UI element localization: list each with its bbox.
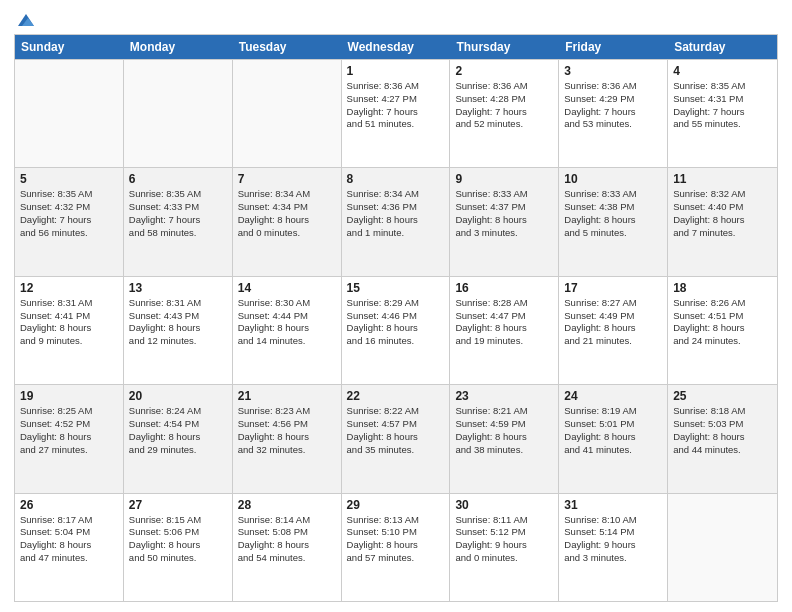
calendar-cell: 13Sunrise: 8:31 AM Sunset: 4:43 PM Dayli… bbox=[124, 277, 233, 384]
day-info: Sunrise: 8:15 AM Sunset: 5:06 PM Dayligh… bbox=[129, 514, 227, 565]
day-number: 28 bbox=[238, 498, 336, 512]
calendar-row: 19Sunrise: 8:25 AM Sunset: 4:52 PM Dayli… bbox=[15, 384, 777, 492]
calendar-cell: 24Sunrise: 8:19 AM Sunset: 5:01 PM Dayli… bbox=[559, 385, 668, 492]
day-info: Sunrise: 8:30 AM Sunset: 4:44 PM Dayligh… bbox=[238, 297, 336, 348]
calendar-cell: 26Sunrise: 8:17 AM Sunset: 5:04 PM Dayli… bbox=[15, 494, 124, 601]
day-number: 3 bbox=[564, 64, 662, 78]
day-number: 30 bbox=[455, 498, 553, 512]
day-info: Sunrise: 8:34 AM Sunset: 4:34 PM Dayligh… bbox=[238, 188, 336, 239]
day-info: Sunrise: 8:10 AM Sunset: 5:14 PM Dayligh… bbox=[564, 514, 662, 565]
calendar-cell bbox=[233, 60, 342, 167]
day-number: 22 bbox=[347, 389, 445, 403]
calendar-cell: 7Sunrise: 8:34 AM Sunset: 4:34 PM Daylig… bbox=[233, 168, 342, 275]
calendar-cell: 5Sunrise: 8:35 AM Sunset: 4:32 PM Daylig… bbox=[15, 168, 124, 275]
calendar-body: 1Sunrise: 8:36 AM Sunset: 4:27 PM Daylig… bbox=[15, 59, 777, 601]
calendar-cell bbox=[668, 494, 777, 601]
calendar-cell: 20Sunrise: 8:24 AM Sunset: 4:54 PM Dayli… bbox=[124, 385, 233, 492]
day-number: 13 bbox=[129, 281, 227, 295]
calendar-cell: 27Sunrise: 8:15 AM Sunset: 5:06 PM Dayli… bbox=[124, 494, 233, 601]
calendar-cell: 29Sunrise: 8:13 AM Sunset: 5:10 PM Dayli… bbox=[342, 494, 451, 601]
day-info: Sunrise: 8:23 AM Sunset: 4:56 PM Dayligh… bbox=[238, 405, 336, 456]
day-info: Sunrise: 8:14 AM Sunset: 5:08 PM Dayligh… bbox=[238, 514, 336, 565]
weekday-header: Wednesday bbox=[342, 35, 451, 59]
day-info: Sunrise: 8:26 AM Sunset: 4:51 PM Dayligh… bbox=[673, 297, 772, 348]
calendar-row: 12Sunrise: 8:31 AM Sunset: 4:41 PM Dayli… bbox=[15, 276, 777, 384]
day-info: Sunrise: 8:36 AM Sunset: 4:29 PM Dayligh… bbox=[564, 80, 662, 131]
day-number: 20 bbox=[129, 389, 227, 403]
calendar-cell: 28Sunrise: 8:14 AM Sunset: 5:08 PM Dayli… bbox=[233, 494, 342, 601]
calendar-cell: 30Sunrise: 8:11 AM Sunset: 5:12 PM Dayli… bbox=[450, 494, 559, 601]
calendar-cell: 15Sunrise: 8:29 AM Sunset: 4:46 PM Dayli… bbox=[342, 277, 451, 384]
calendar-cell: 14Sunrise: 8:30 AM Sunset: 4:44 PM Dayli… bbox=[233, 277, 342, 384]
day-info: Sunrise: 8:22 AM Sunset: 4:57 PM Dayligh… bbox=[347, 405, 445, 456]
day-number: 15 bbox=[347, 281, 445, 295]
day-number: 14 bbox=[238, 281, 336, 295]
day-number: 12 bbox=[20, 281, 118, 295]
calendar-row: 26Sunrise: 8:17 AM Sunset: 5:04 PM Dayli… bbox=[15, 493, 777, 601]
day-number: 31 bbox=[564, 498, 662, 512]
day-number: 21 bbox=[238, 389, 336, 403]
calendar-cell: 4Sunrise: 8:35 AM Sunset: 4:31 PM Daylig… bbox=[668, 60, 777, 167]
day-info: Sunrise: 8:29 AM Sunset: 4:46 PM Dayligh… bbox=[347, 297, 445, 348]
day-info: Sunrise: 8:25 AM Sunset: 4:52 PM Dayligh… bbox=[20, 405, 118, 456]
calendar-cell: 23Sunrise: 8:21 AM Sunset: 4:59 PM Dayli… bbox=[450, 385, 559, 492]
calendar-cell: 8Sunrise: 8:34 AM Sunset: 4:36 PM Daylig… bbox=[342, 168, 451, 275]
day-info: Sunrise: 8:24 AM Sunset: 4:54 PM Dayligh… bbox=[129, 405, 227, 456]
calendar-cell: 17Sunrise: 8:27 AM Sunset: 4:49 PM Dayli… bbox=[559, 277, 668, 384]
calendar-cell: 3Sunrise: 8:36 AM Sunset: 4:29 PM Daylig… bbox=[559, 60, 668, 167]
calendar-cell: 31Sunrise: 8:10 AM Sunset: 5:14 PM Dayli… bbox=[559, 494, 668, 601]
day-info: Sunrise: 8:18 AM Sunset: 5:03 PM Dayligh… bbox=[673, 405, 772, 456]
day-number: 26 bbox=[20, 498, 118, 512]
day-number: 17 bbox=[564, 281, 662, 295]
day-number: 9 bbox=[455, 172, 553, 186]
day-info: Sunrise: 8:35 AM Sunset: 4:33 PM Dayligh… bbox=[129, 188, 227, 239]
calendar: SundayMondayTuesdayWednesdayThursdayFrid… bbox=[14, 34, 778, 602]
day-number: 25 bbox=[673, 389, 772, 403]
day-info: Sunrise: 8:13 AM Sunset: 5:10 PM Dayligh… bbox=[347, 514, 445, 565]
calendar-cell: 10Sunrise: 8:33 AM Sunset: 4:38 PM Dayli… bbox=[559, 168, 668, 275]
day-number: 7 bbox=[238, 172, 336, 186]
day-number: 10 bbox=[564, 172, 662, 186]
calendar-cell: 18Sunrise: 8:26 AM Sunset: 4:51 PM Dayli… bbox=[668, 277, 777, 384]
day-info: Sunrise: 8:33 AM Sunset: 4:38 PM Dayligh… bbox=[564, 188, 662, 239]
day-info: Sunrise: 8:35 AM Sunset: 4:32 PM Dayligh… bbox=[20, 188, 118, 239]
day-info: Sunrise: 8:11 AM Sunset: 5:12 PM Dayligh… bbox=[455, 514, 553, 565]
day-info: Sunrise: 8:35 AM Sunset: 4:31 PM Dayligh… bbox=[673, 80, 772, 131]
calendar-cell: 11Sunrise: 8:32 AM Sunset: 4:40 PM Dayli… bbox=[668, 168, 777, 275]
day-info: Sunrise: 8:17 AM Sunset: 5:04 PM Dayligh… bbox=[20, 514, 118, 565]
day-number: 29 bbox=[347, 498, 445, 512]
weekday-header: Sunday bbox=[15, 35, 124, 59]
day-number: 5 bbox=[20, 172, 118, 186]
logo bbox=[14, 10, 36, 28]
calendar-cell: 21Sunrise: 8:23 AM Sunset: 4:56 PM Dayli… bbox=[233, 385, 342, 492]
day-info: Sunrise: 8:28 AM Sunset: 4:47 PM Dayligh… bbox=[455, 297, 553, 348]
day-number: 8 bbox=[347, 172, 445, 186]
day-number: 23 bbox=[455, 389, 553, 403]
weekday-header: Friday bbox=[559, 35, 668, 59]
weekday-header: Tuesday bbox=[233, 35, 342, 59]
day-number: 6 bbox=[129, 172, 227, 186]
day-number: 19 bbox=[20, 389, 118, 403]
calendar-cell: 6Sunrise: 8:35 AM Sunset: 4:33 PM Daylig… bbox=[124, 168, 233, 275]
page: SundayMondayTuesdayWednesdayThursdayFrid… bbox=[0, 0, 792, 612]
day-info: Sunrise: 8:36 AM Sunset: 4:28 PM Dayligh… bbox=[455, 80, 553, 131]
day-number: 1 bbox=[347, 64, 445, 78]
calendar-cell: 22Sunrise: 8:22 AM Sunset: 4:57 PM Dayli… bbox=[342, 385, 451, 492]
weekday-header: Thursday bbox=[450, 35, 559, 59]
calendar-cell: 2Sunrise: 8:36 AM Sunset: 4:28 PM Daylig… bbox=[450, 60, 559, 167]
day-number: 16 bbox=[455, 281, 553, 295]
day-number: 18 bbox=[673, 281, 772, 295]
calendar-cell: 16Sunrise: 8:28 AM Sunset: 4:47 PM Dayli… bbox=[450, 277, 559, 384]
calendar-cell: 1Sunrise: 8:36 AM Sunset: 4:27 PM Daylig… bbox=[342, 60, 451, 167]
day-info: Sunrise: 8:21 AM Sunset: 4:59 PM Dayligh… bbox=[455, 405, 553, 456]
calendar-cell bbox=[124, 60, 233, 167]
day-info: Sunrise: 8:19 AM Sunset: 5:01 PM Dayligh… bbox=[564, 405, 662, 456]
day-info: Sunrise: 8:31 AM Sunset: 4:41 PM Dayligh… bbox=[20, 297, 118, 348]
weekday-header: Saturday bbox=[668, 35, 777, 59]
day-number: 2 bbox=[455, 64, 553, 78]
calendar-cell bbox=[15, 60, 124, 167]
day-info: Sunrise: 8:27 AM Sunset: 4:49 PM Dayligh… bbox=[564, 297, 662, 348]
day-number: 4 bbox=[673, 64, 772, 78]
header bbox=[14, 10, 778, 28]
calendar-cell: 19Sunrise: 8:25 AM Sunset: 4:52 PM Dayli… bbox=[15, 385, 124, 492]
